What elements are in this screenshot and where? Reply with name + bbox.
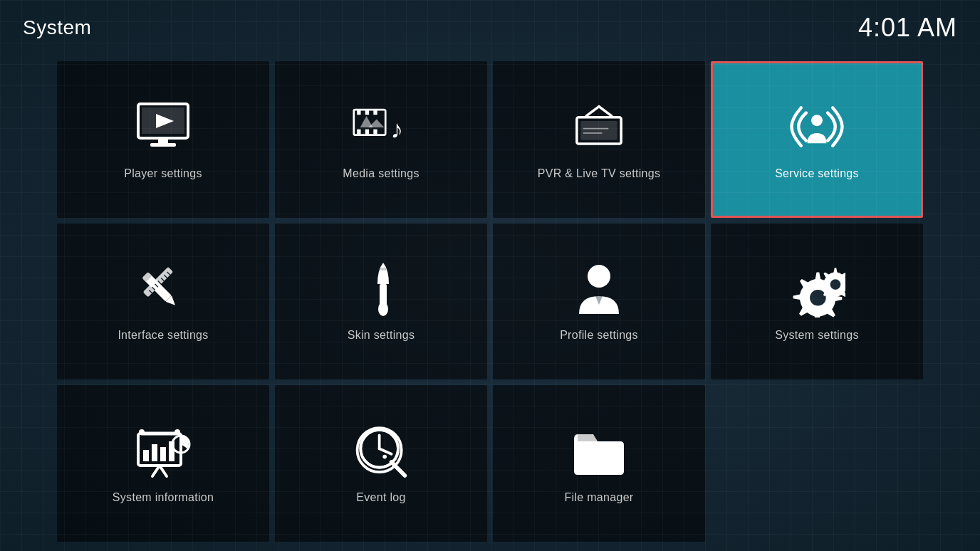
svg-text:♪: ♪	[390, 115, 403, 144]
svg-line-52	[380, 448, 392, 454]
profile-icon	[570, 261, 627, 318]
pvr-settings-label: PVR & Live TV settings	[538, 167, 661, 180]
file-manager-label: File manager	[565, 491, 634, 504]
tile-system-information[interactable]: System information	[57, 385, 269, 542]
info-icon	[135, 423, 192, 480]
svg-line-41	[160, 466, 167, 476]
system-icon	[788, 261, 845, 318]
settings-grid: Player settings ♪ Media settings	[0, 56, 980, 551]
svg-point-43	[139, 429, 145, 435]
svg-line-16	[599, 107, 612, 116]
media-settings-label: Media settings	[343, 167, 419, 180]
svg-point-44	[174, 429, 180, 435]
tile-pvr-settings[interactable]: PVR & Live TV settings	[493, 61, 705, 218]
tile-profile-settings[interactable]: Profile settings	[493, 224, 705, 380]
header: System 4:01 AM	[0, 0, 980, 56]
pvr-icon	[570, 99, 627, 156]
skin-settings-label: Skin settings	[348, 329, 415, 342]
media-icon: ♪	[353, 99, 410, 156]
svg-rect-18	[580, 121, 617, 140]
tile-media-settings[interactable]: ♪ Media settings	[275, 61, 487, 218]
eventlog-icon	[353, 423, 410, 480]
tile-player-settings[interactable]: Player settings	[57, 61, 269, 218]
tile-interface-settings[interactable]: Interface settings	[57, 224, 269, 380]
svg-marker-13	[368, 120, 384, 128]
player-icon	[135, 99, 192, 156]
svg-rect-9	[357, 130, 360, 135]
svg-rect-11	[373, 130, 377, 135]
svg-point-37	[810, 290, 826, 306]
svg-rect-35	[380, 268, 386, 271]
interface-settings-label: Interface settings	[118, 329, 208, 342]
svg-point-38	[830, 280, 841, 290]
svg-rect-7	[365, 110, 369, 115]
svg-line-15	[586, 107, 599, 116]
system-settings-label: System settings	[775, 329, 858, 342]
service-settings-label: Service settings	[775, 167, 859, 180]
system-information-label: System information	[113, 491, 214, 504]
event-log-label: Event log	[356, 491, 405, 504]
svg-point-36	[588, 265, 610, 288]
svg-rect-6	[357, 110, 360, 115]
tile-service-settings[interactable]: Service settings	[711, 61, 923, 218]
tile-file-manager[interactable]: File manager	[493, 385, 705, 542]
player-settings-label: Player settings	[124, 167, 202, 180]
svg-line-40	[152, 466, 160, 476]
svg-rect-3	[158, 138, 168, 144]
empty-cell	[711, 385, 923, 542]
svg-rect-10	[365, 130, 369, 135]
svg-rect-47	[160, 447, 166, 461]
svg-point-54	[382, 454, 387, 458]
svg-point-21	[811, 115, 823, 126]
page-title: System	[23, 16, 91, 39]
svg-line-53	[392, 462, 405, 476]
tile-event-log[interactable]: Event log	[275, 385, 487, 542]
tile-skin-settings[interactable]: Skin settings	[275, 224, 487, 380]
svg-rect-45	[143, 450, 149, 461]
profile-settings-label: Profile settings	[560, 329, 638, 342]
skin-icon	[353, 261, 410, 318]
svg-point-34	[378, 302, 388, 316]
interface-icon	[135, 261, 192, 318]
clock: 4:01 AM	[858, 13, 957, 43]
svg-rect-8	[373, 110, 377, 115]
tile-system-settings[interactable]: System settings	[711, 224, 923, 380]
service-icon	[788, 99, 845, 156]
svg-rect-46	[152, 444, 157, 461]
filemanager-icon	[570, 423, 627, 480]
svg-rect-4	[150, 143, 176, 147]
